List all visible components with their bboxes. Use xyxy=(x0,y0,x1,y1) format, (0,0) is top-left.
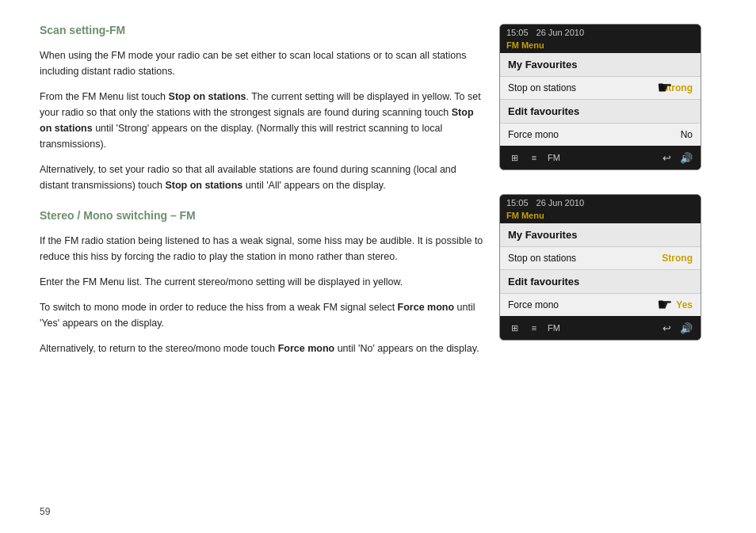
page-number: 59 xyxy=(40,506,50,517)
panel1-stop-label: Stop on stations xyxy=(508,82,576,93)
panel2-item-edit-favourites: Edit favourites xyxy=(500,270,701,294)
panel2-status-bar: 15:05 26 Jun 2010 xyxy=(500,195,701,209)
stereo-para4-bold: Force mono xyxy=(278,343,335,354)
stereo-section-title: Stereo / Mono switching – FM xyxy=(40,209,483,222)
panel1-menu-label: FM Menu xyxy=(500,39,701,53)
panel1-item-edit-favourites: Edit favourites xyxy=(500,100,701,124)
radio-panel-2: 15:05 26 Jun 2010 FM Menu My Favourites … xyxy=(499,194,701,341)
panel1-item-force-mono[interactable]: Force mono No xyxy=(500,124,701,146)
page-layout: Scan setting-FM When using the FM mode y… xyxy=(0,0,756,533)
panel1-date: 26 Jun 2010 xyxy=(536,28,585,37)
panel1-item-favourites-label: My Favourites xyxy=(508,59,577,70)
stereo-para3-bold: Force mono xyxy=(398,302,455,313)
panel2-menu-label: FM Menu xyxy=(500,209,701,223)
panel2-item-stop-on-stations[interactable]: Stop on stations Strong xyxy=(500,247,701,270)
section-scan-fm: Scan setting-FM When using the FM mode y… xyxy=(40,24,483,193)
panel1-time: 15:05 xyxy=(506,28,529,37)
panel2-stop-value: Strong xyxy=(662,253,693,264)
stereo-para4-text2: until 'No' appears on the display. xyxy=(334,343,479,354)
panel1-bottom-bar: ⊞ ≡ FM ↩ 🔊 xyxy=(500,146,701,169)
panel2-fm-label: FM xyxy=(548,323,655,333)
panel2-bottom-bar: ⊞ ≡ FM ↩ 🔊 xyxy=(500,316,701,340)
panel2-item-favourites-label: My Favourites xyxy=(508,229,577,241)
panel1-menu-icon[interactable]: ≡ xyxy=(526,150,542,166)
scan-para1: When using the FM mode your radio can be… xyxy=(40,48,483,79)
panel2-force-mono-value: Yes xyxy=(676,299,693,310)
panel1-status-bar: 15:05 26 Jun 2010 xyxy=(500,25,701,39)
panel1-grid-icon[interactable]: ⊞ xyxy=(506,150,522,166)
panel2-menu-icon[interactable]: ≡ xyxy=(526,320,542,336)
panel2-grid-icon[interactable]: ⊞ xyxy=(506,320,522,336)
stereo-para3-text1: To switch to mono mode in order to reduc… xyxy=(40,302,398,313)
scan-para2: From the FM Menu list touch Stop on stat… xyxy=(40,89,483,152)
scan-para3: Alternatively, to set your radio so that… xyxy=(40,162,483,193)
stereo-para4-text1: Alternatively, to return to the stereo/m… xyxy=(40,343,278,354)
radio-panel-1: 15:05 26 Jun 2010 FM Menu My Favourites … xyxy=(499,24,701,170)
scan-para2-bold1: Stop on stations xyxy=(169,91,246,102)
text-column: Scan setting-FM When using the FM mode y… xyxy=(40,24,499,517)
panel1-item-favourites: My Favourites xyxy=(500,53,701,77)
panel2-back-icon[interactable]: ↩ xyxy=(659,320,674,336)
panel1-fm-label: FM xyxy=(548,153,655,162)
panel1-item-stop-on-stations[interactable]: Stop on stations Strong ☛ xyxy=(500,77,701,100)
panels-column: 15:05 26 Jun 2010 FM Menu My Favourites … xyxy=(499,24,705,517)
scan-section-title: Scan setting-FM xyxy=(40,24,483,36)
stereo-para2: Enter the FM Menu list. The current ster… xyxy=(40,274,483,290)
panel2-time: 15:05 xyxy=(506,198,529,207)
panel2-volume-icon[interactable]: 🔊 xyxy=(678,320,694,336)
hand-pointer-icon-2: ☛ xyxy=(657,295,673,315)
panel2-item-favourites: My Favourites xyxy=(500,223,701,247)
panel2-menu-body: My Favourites Stop on stations Strong Ed… xyxy=(500,223,701,316)
stereo-para3: To switch to mono mode in order to reduc… xyxy=(40,299,483,331)
panel2-item-force-mono[interactable]: Force mono Yes ☛ xyxy=(500,294,701,316)
panel1-edit-label: Edit favourites xyxy=(508,105,579,117)
panel1-stop-value: Strong xyxy=(662,82,693,93)
scan-para2-text1: From the FM Menu list touch xyxy=(40,91,169,102)
panel2-stop-label: Stop on stations xyxy=(508,253,576,264)
stereo-para1: If the FM radio station being listened t… xyxy=(40,233,483,265)
panel1-force-mono-value: No xyxy=(681,129,693,140)
panel1-menu-body: My Favourites Stop on stations Strong ☛ … xyxy=(500,53,701,146)
scan-para3-bold: Stop on stations xyxy=(165,180,242,191)
panel1-force-mono-label: Force mono xyxy=(508,129,559,140)
panel2-force-mono-label: Force mono xyxy=(508,299,559,310)
panel2-edit-label: Edit favourites xyxy=(508,276,579,287)
panel2-date: 26 Jun 2010 xyxy=(536,198,585,207)
scan-para3-text2: until 'All' appears on the display. xyxy=(242,180,385,191)
scan-para2-text3: until 'Strong' appears on the display. (… xyxy=(40,123,442,150)
panel1-volume-icon[interactable]: 🔊 xyxy=(678,150,694,166)
section-stereo-mono: Stereo / Mono switching – FM If the FM r… xyxy=(40,209,483,356)
panel1-back-icon[interactable]: ↩ xyxy=(659,150,674,166)
stereo-para4: Alternatively, to return to the stereo/m… xyxy=(40,341,483,356)
